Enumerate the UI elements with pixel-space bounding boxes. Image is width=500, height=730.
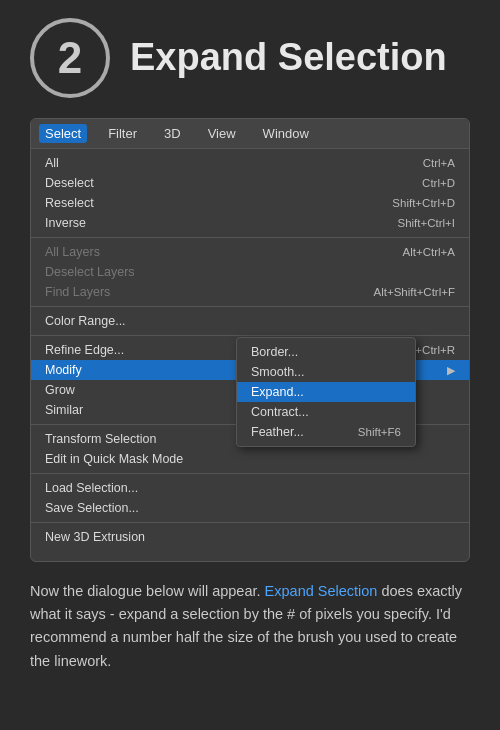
menubar-item-3d[interactable]: 3D xyxy=(158,124,187,143)
step-number: 2 xyxy=(58,33,82,83)
menu-item-reselect[interactable]: Reselect Shift+Ctrl+D xyxy=(31,193,469,213)
header-title: Expand Selection xyxy=(130,37,447,79)
menubar-item-filter[interactable]: Filter xyxy=(102,124,143,143)
menu-item-color-range[interactable]: Color Range... xyxy=(31,311,469,331)
menu-item-all[interactable]: All Ctrl+A xyxy=(31,153,469,173)
submenu-item-smooth[interactable]: Smooth... xyxy=(237,362,415,382)
menu-item-load-selection[interactable]: Load Selection... xyxy=(31,478,469,498)
submenu-item-expand[interactable]: Expand... xyxy=(237,382,415,402)
divider-2 xyxy=(31,306,469,307)
submenu-item-feather[interactable]: Feather... Shift+F6 xyxy=(237,422,415,442)
submenu-item-contract[interactable]: Contract... xyxy=(237,402,415,422)
menu-item-inverse[interactable]: Inverse Shift+Ctrl+I xyxy=(31,213,469,233)
divider-1 xyxy=(31,237,469,238)
menu-item-save-selection[interactable]: Save Selection... xyxy=(31,498,469,518)
menu-item-find-layers: Find Layers Alt+Shift+Ctrl+F xyxy=(31,282,469,302)
menu-bar: Select Filter 3D View Window xyxy=(31,119,469,149)
step-number-circle: 2 xyxy=(30,18,110,98)
submenu-arrow-icon: ▶ xyxy=(447,364,455,377)
divider-3 xyxy=(31,335,469,336)
menu-item-new-3d-extrusion[interactable]: New 3D Extrusion xyxy=(31,527,469,547)
divider-5 xyxy=(31,473,469,474)
description-text: Now the dialogue below will appear. Expa… xyxy=(30,580,470,673)
menu-item-deselect-layers: Deselect Layers xyxy=(31,262,469,282)
menu-item-deselect[interactable]: Deselect Ctrl+D xyxy=(31,173,469,193)
menubar-item-select[interactable]: Select xyxy=(39,124,87,143)
divider-6 xyxy=(31,522,469,523)
menu-item-all-layers: All Layers Alt+Ctrl+A xyxy=(31,242,469,262)
description-text1: Now the dialogue below will appear. xyxy=(30,583,265,599)
modify-submenu: Border... Smooth... Expand... Contract..… xyxy=(236,337,416,447)
header: 2 Expand Selection xyxy=(0,0,500,108)
description-highlight: Expand Selection xyxy=(265,583,378,599)
submenu-item-border[interactable]: Border... xyxy=(237,342,415,362)
menubar-item-view[interactable]: View xyxy=(202,124,242,143)
menu-item-quick-mask[interactable]: Edit in Quick Mask Mode xyxy=(31,449,469,469)
menu-container: Select Filter 3D View Window All Ctrl+A … xyxy=(30,118,470,562)
menubar-item-window[interactable]: Window xyxy=(257,124,315,143)
